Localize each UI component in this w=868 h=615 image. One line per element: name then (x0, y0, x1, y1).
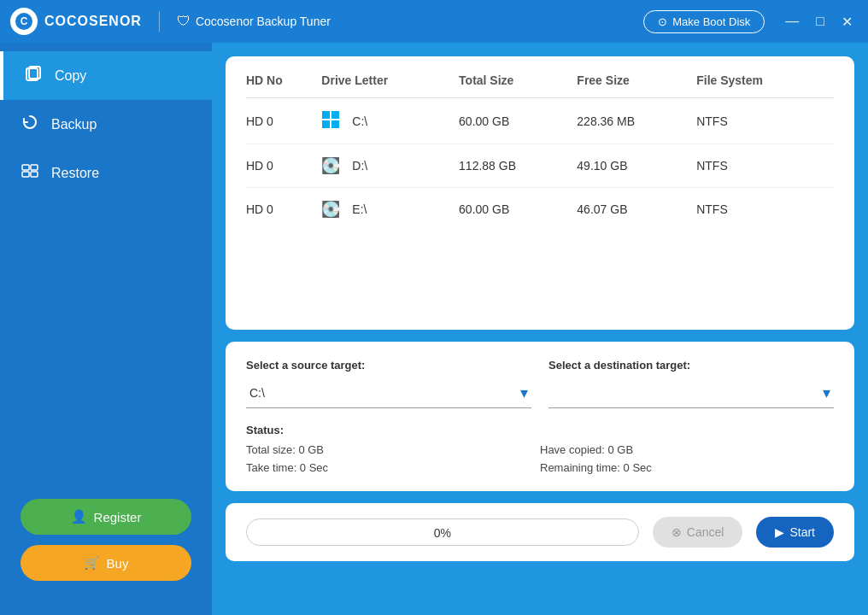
hd-no-cell: HD 0 (246, 188, 321, 231)
sidebar-item-copy[interactable]: Copy (0, 51, 212, 100)
start-icon: ▶ (775, 525, 784, 539)
sidebar: Copy Backup Restore (0, 43, 212, 615)
col-file-system: File System (696, 73, 834, 98)
col-free-size: Free Size (577, 73, 696, 98)
title-bar: C COCOSENOR 🛡 Cocosenor Backup Tuner ⊙ M… (0, 0, 868, 43)
title-bar-left: C COCOSENOR 🛡 Cocosenor Backup Tuner (10, 8, 331, 35)
dest-section: Select a destination target: ▾ (548, 359, 834, 408)
status-section: Status: Total size: 0 GB Take time: 0 Se… (246, 424, 834, 474)
register-icon: 👤 (71, 509, 87, 524)
table-row[interactable]: HD 0 C:\60.00 GB228.36 MBNTFS (246, 98, 834, 144)
col-drive-letter: Drive Letter (321, 73, 459, 98)
drive-letter: C:\ (352, 114, 367, 128)
backup-icon: 🛡 (177, 14, 191, 29)
minimize-button[interactable]: — (780, 12, 804, 32)
total-size-cell: 112.88 GB (459, 144, 577, 188)
cancel-button[interactable]: ⊗ Cancel (653, 517, 743, 548)
backup-icon (21, 114, 39, 135)
total-size-cell: 60.00 GB (459, 188, 577, 231)
svg-rect-6 (22, 172, 29, 177)
sidebar-item-restore[interactable]: Restore (0, 149, 212, 197)
free-size-cell: 46.07 GB (577, 188, 696, 231)
start-button[interactable]: ▶ Start (756, 517, 834, 548)
svg-rect-9 (331, 111, 339, 119)
copy-label: Copy (55, 68, 86, 84)
close-button[interactable]: ✕ (836, 12, 858, 32)
drive-letter: D:\ (352, 159, 367, 173)
buy-button[interactable]: 🛒 Buy (21, 545, 191, 581)
total-size-cell: 60.00 GB (459, 98, 577, 144)
make-boot-disk-button[interactable]: ⊙ Make Boot Disk (643, 10, 765, 33)
drive-letter: E:\ (352, 202, 367, 216)
progress-label: 0% (247, 519, 638, 546)
register-button[interactable]: 👤 Register (21, 499, 191, 535)
remaining-time-row: Remaining time: 0 Sec (540, 461, 834, 474)
buy-icon: 🛒 (84, 555, 100, 571)
sidebar-item-backup[interactable]: Backup (0, 100, 212, 149)
svg-rect-4 (22, 165, 29, 170)
backup-label: Backup (51, 117, 97, 132)
col-hd-no: HD No (246, 73, 321, 98)
drive-table: HD No Drive Letter Total Size Free Size … (246, 73, 834, 231)
windows-drive-icon (321, 110, 340, 132)
svg-rect-7 (31, 172, 38, 177)
source-chevron-icon: ▾ (520, 384, 528, 402)
drive-letter-cell: C:\ (321, 98, 459, 144)
drive-table-card: HD No Drive Letter Total Size Free Size … (226, 56, 854, 330)
drive-letter-cell: 💽E:\ (321, 188, 459, 231)
free-size-cell: 228.36 MB (577, 98, 696, 144)
maximize-button[interactable]: □ (811, 12, 830, 32)
hdd-drive-icon: 💽 (321, 200, 340, 219)
source-section: Select a source target: C:\ ▾ (246, 359, 531, 408)
content-area: HD No Drive Letter Total Size Free Size … (212, 43, 868, 615)
logo-area: C COCOSENOR (10, 8, 142, 35)
hd-no-cell: HD 0 (246, 144, 321, 188)
table-row[interactable]: HD 0💽D:\112.88 GB49.10 GBNTFS (246, 144, 834, 188)
dest-dropdown[interactable]: ▾ (548, 378, 834, 408)
title-bar-right: ⊙ Make Boot Disk — □ ✕ (643, 10, 858, 33)
copy-icon (24, 65, 43, 86)
file-system-cell: NTFS (696, 144, 834, 188)
restore-label: Restore (51, 166, 99, 181)
drive-letter-cell: 💽D:\ (321, 144, 459, 188)
table-row[interactable]: HD 0💽E:\60.00 GB46.07 GBNTFS (246, 188, 834, 231)
take-time-row: Take time: 0 Sec (246, 461, 540, 474)
hd-no-cell: HD 0 (246, 98, 321, 144)
status-title: Status: (246, 424, 834, 436)
status-card: Select a source target: C:\ ▾ Select a d… (226, 342, 854, 491)
file-system-cell: NTFS (696, 188, 834, 231)
main-layout: Copy Backup Restore (0, 43, 868, 615)
logo-icon: C (10, 8, 38, 35)
restore-icon (21, 162, 39, 184)
app-title-area: 🛡 Cocosenor Backup Tuner (177, 14, 331, 29)
col-total-size: Total Size (459, 73, 577, 98)
status-right-col: Have copied: 0 GB Remaining time: 0 Sec (540, 443, 834, 474)
have-copied-row: Have copied: 0 GB (540, 443, 834, 456)
cancel-icon: ⊗ (672, 525, 682, 539)
cancel-label: Cancel (687, 525, 724, 539)
total-size-row: Total size: 0 GB (246, 443, 540, 456)
dest-chevron-icon: ▾ (823, 384, 830, 402)
make-boot-disk-label: Make Boot Disk (672, 15, 750, 28)
source-label: Select a source target: (246, 359, 531, 372)
svg-rect-8 (322, 111, 330, 119)
window-controls: — □ ✕ (780, 12, 858, 32)
svg-rect-10 (322, 120, 330, 128)
status-grid: Total size: 0 GB Take time: 0 Sec Have c… (246, 443, 834, 474)
progress-bar: 0% (246, 518, 639, 546)
file-system-cell: NTFS (696, 98, 834, 144)
source-dest-row: Select a source target: C:\ ▾ Select a d… (246, 359, 834, 408)
app-title: Cocosenor Backup Tuner (196, 15, 331, 28)
svg-text:C: C (21, 15, 28, 27)
source-dropdown[interactable]: C:\ ▾ (246, 378, 531, 408)
source-value: C:\ (249, 386, 265, 400)
sidebar-bottom: 👤 Register 🛒 Buy (0, 499, 212, 581)
buy-label: Buy (107, 556, 129, 571)
title-divider (159, 11, 160, 32)
hdd-drive-icon: 💽 (321, 156, 340, 175)
progress-card: 0% ⊗ Cancel ▶ Start (226, 503, 854, 561)
dest-label: Select a destination target: (548, 359, 834, 372)
register-label: Register (94, 510, 142, 524)
disk-icon: ⊙ (658, 15, 667, 28)
status-left-col: Total size: 0 GB Take time: 0 Sec (246, 443, 540, 474)
